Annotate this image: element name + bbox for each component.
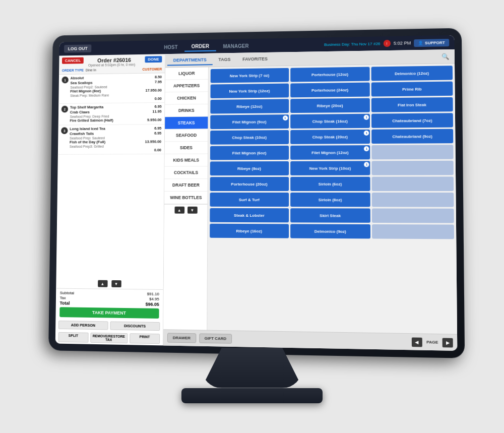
tab-order[interactable]: ORDER: [184, 41, 216, 51]
business-day: Business Day: Thu Nov 17 #26: [324, 41, 381, 46]
menu-item-chateaubriand-9oz[interactable]: Chateaubriand (9oz): [371, 129, 453, 143]
support-button[interactable]: 👤 SUPPORT: [414, 38, 449, 46]
menu-item-delmonico-9oz[interactable]: Delmonico (9oz): [290, 224, 371, 238]
dept-drinks[interactable]: DRINKS: [165, 104, 208, 116]
menu-item-flat-iron-steak[interactable]: Flat Iron Steak: [371, 97, 453, 112]
dept-kids-meals[interactable]: KIDS MEALS: [165, 154, 208, 166]
menu-item-ribeye-8oz[interactable]: Ribeye (8oz): [210, 161, 289, 175]
tablet-screen: LOG OUT HOST ORDER MANAGER Business Day:…: [55, 35, 458, 350]
search-icon[interactable]: 🔍: [438, 51, 453, 61]
menu-item-skirt-steak[interactable]: Skirt Steak: [290, 208, 370, 223]
dept-wine-bottles[interactable]: WINE BOTTLES: [164, 192, 208, 204]
menu-item-empty-3: [372, 176, 454, 191]
dept-seafood[interactable]: SEAFOOD: [165, 129, 208, 142]
dept-liquor[interactable]: LIQUOR: [165, 67, 208, 80]
customer-label: CUSTOMER: [143, 67, 162, 71]
dept-scroll-down[interactable]: ▼: [187, 206, 198, 213]
menu-item-filet-mignon-6oz[interactable]: Filet Mignon (6oz): [210, 145, 289, 160]
done-button[interactable]: DONE: [145, 56, 162, 63]
menu-item-chop-steak-16oz[interactable]: Chop Steak (16oz)1: [290, 113, 370, 128]
dept-cocktails[interactable]: COCKTAILS: [164, 166, 208, 179]
tab-favorites[interactable]: FAVORITES: [236, 54, 274, 65]
menu-item-sirloin-6oz[interactable]: Sirloin (6oz): [290, 176, 370, 191]
tax-value: $4.95: [149, 296, 159, 301]
menu-item-porterhouse-24oz[interactable]: Porterhouse (24oz): [290, 82, 370, 97]
tab-host[interactable]: HOST: [157, 42, 184, 51]
menu-item-filet-mignon-12oz[interactable]: Filet Mignon (12oz)1: [290, 145, 370, 160]
menu-item-ribeye-16oz[interactable]: Ribeye (16oz): [210, 223, 289, 238]
menu-item-ribeye-20oz[interactable]: Ribeye (20oz): [290, 98, 370, 113]
menu-item-filet-mignon-9oz[interactable]: Filet Mignon (9oz)1: [210, 114, 289, 129]
order-seat-1: 1 Absolut8.50 Sea Scallops7.95 Seafood P…: [58, 73, 165, 104]
order-seat-2: 2 Top Shelf Margarita6.95 Crab Claws11.9…: [58, 102, 165, 125]
scroll-down-button[interactable]: ▼: [111, 280, 121, 287]
menu-item-chop-steak-10oz[interactable]: Chop Steak (10oz): [210, 130, 289, 144]
menu-item-empty-1: [372, 145, 454, 159]
scroll-arrows: ▲ ▼: [56, 278, 163, 289]
menu-item-sirloin-8oz[interactable]: Sirloin (8oz): [290, 193, 370, 207]
take-payment-button[interactable]: TAKE PAYMENT: [59, 307, 159, 319]
menu-items-area: New York Strip (7 oz) Porterhouse (12oz)…: [207, 64, 457, 334]
main-content: CANCEL Order #26016 DONE Opened at 5:02p…: [55, 49, 458, 350]
split-button[interactable]: SPLIT: [58, 332, 89, 342]
subtotal-value: $91.10: [147, 291, 159, 296]
menu-item-chop-steak-20oz[interactable]: Chop Steak (20oz)1: [290, 129, 370, 144]
menu-item-empty-2: [372, 160, 454, 175]
tab-tags[interactable]: TAGS: [213, 54, 237, 65]
menu-item-steak-lobster[interactable]: Steak & Lobster: [210, 208, 288, 222]
dept-scroll-up[interactable]: ▲: [174, 206, 184, 213]
page-label: PAGE: [424, 339, 440, 344]
menu-item-ny-strip-7oz[interactable]: New York Strip (7 oz): [211, 68, 289, 83]
dept-chicken[interactable]: CHICKEN: [165, 92, 208, 104]
drawer-button[interactable]: DRAWER: [167, 333, 196, 343]
logout-button[interactable]: LOG OUT: [64, 44, 91, 52]
discounts-button[interactable]: DISCOUNTS: [110, 321, 160, 331]
menu-item-porterhouse-12oz[interactable]: Porterhouse (12oz): [290, 67, 370, 82]
top-nav: HOST ORDER MANAGER: [157, 41, 256, 52]
dept-draft-beer[interactable]: DRAFT BEER: [164, 179, 208, 192]
menu-item-delmonico-12oz[interactable]: Delmonico (12oz): [371, 66, 453, 81]
order-header: CANCEL Order #26016 DONE Opened at 5:02p…: [59, 54, 165, 75]
right-body: LIQUOR APPETIZERS CHICKEN DRINKS STEAKS …: [163, 64, 457, 334]
page-prev-button[interactable]: ◀: [412, 337, 422, 346]
menu-item-prime-rib[interactable]: Prime Rib: [371, 81, 453, 96]
right-panel: DEPARTMENTS TAGS FAVORITES 🔍 LIQUOR APPE…: [163, 49, 457, 350]
remove-restore-tax-button[interactable]: REMOVE/RESTORE TAX: [90, 332, 128, 343]
menu-item-ribeye-12oz[interactable]: Ribeye (12oz): [210, 99, 288, 113]
order-number: Order #26016: [97, 56, 131, 63]
order-bottom-actions: SPLIT REMOVE/RESTORE TAX PRINT: [55, 330, 163, 345]
tablet-base: [181, 388, 323, 403]
page-next-button[interactable]: ▶: [443, 337, 453, 347]
menu-item-empty-5: [372, 208, 454, 223]
seat-3-items: Long Island Iced Tea6.95 Crawfish Tails6…: [70, 126, 162, 152]
menu-item-chateaubriand-7oz[interactable]: Chateaubriand (7oz): [371, 113, 453, 128]
order-type-value: Dine In: [86, 68, 96, 72]
scroll-up-button[interactable]: ▲: [98, 280, 108, 287]
menu-item-ny-strip-10oz[interactable]: New York Strip (10oz)1: [290, 161, 370, 175]
dept-sides[interactable]: SIDES: [165, 141, 208, 154]
menu-item-porterhouse-20oz[interactable]: Porterhouse (20oz): [210, 176, 289, 191]
gift-card-button[interactable]: GIFT CARD: [199, 333, 232, 343]
dept-steaks[interactable]: STEAKS: [165, 116, 208, 129]
tab-manager[interactable]: MANAGER: [216, 41, 256, 50]
menu-grid: New York Strip (7 oz) Porterhouse (12oz)…: [210, 66, 454, 239]
subtotal-label: Subtotal: [60, 290, 74, 295]
cancel-button[interactable]: CANCEL: [62, 57, 84, 64]
seat-number-1: 1: [61, 76, 68, 83]
seat-1-items: Absolut8.50 Sea Scallops7.95 Seafood Pre…: [70, 75, 162, 102]
order-panel: CANCEL Order #26016 DONE Opened at 5:02p…: [55, 54, 166, 345]
tax-label: Tax: [60, 295, 66, 300]
support-icon: 👤: [418, 40, 423, 45]
print-button[interactable]: PRINT: [130, 333, 160, 344]
seat-number-2: 2: [61, 105, 68, 112]
page-nav: ◀ PAGE ▶: [412, 337, 453, 347]
menu-item-ny-strip-12oz[interactable]: New York Strip (12oz): [211, 83, 289, 98]
dept-scroll-arrows: ▲ ▼: [164, 204, 208, 215]
dept-appetizers[interactable]: APPETIZERS: [165, 79, 208, 92]
tab-departments[interactable]: DEPARTMENTS: [167, 55, 213, 66]
departments-column: LIQUOR APPETIZERS CHICKEN DRINKS STEAKS …: [163, 67, 209, 330]
menu-item-empty-4: [372, 193, 454, 207]
order-items: 1 Absolut8.50 Sea Scallops7.95 Seafood P…: [56, 73, 165, 279]
menu-item-surf-turf[interactable]: Surf & Turf: [210, 192, 288, 206]
add-person-button[interactable]: ADD PERSON: [58, 320, 108, 329]
